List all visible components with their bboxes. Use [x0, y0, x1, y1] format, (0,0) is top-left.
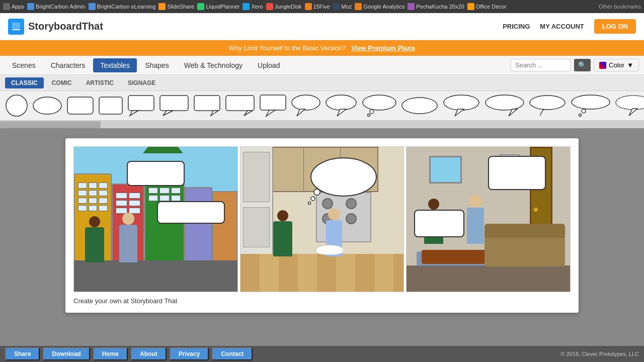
bookmark-apps[interactable]: Apps	[3, 3, 24, 10]
search-input[interactable]	[511, 59, 571, 71]
frame-3[interactable]	[406, 146, 571, 292]
logo: StoryboardThat	[8, 19, 103, 35]
bubble-rect-square[interactable]	[98, 96, 123, 115]
header-nav: PRICING MY ACCOUNT LOG ON	[503, 19, 636, 34]
horizontal-scrollbar[interactable]	[0, 121, 644, 128]
bubble-thought-oval[interactable]	[362, 94, 397, 117]
bubble-jagged[interactable]	[615, 95, 644, 117]
ss-icon	[158, 3, 166, 10]
bookmark-liquidplanner[interactable]: LiquidPlanner	[197, 3, 239, 10]
chevron-down-icon: ▼	[627, 61, 633, 69]
couch	[485, 224, 565, 266]
footer-download[interactable]: Download	[43, 347, 90, 360]
account-button[interactable]: MY ACCOUNT	[540, 23, 584, 30]
speech-bubble-3a[interactable]	[488, 156, 546, 190]
speech-bubble-1b[interactable]	[157, 201, 225, 224]
bubble-circle[interactable]	[5, 94, 28, 117]
bubble-wide-speech[interactable]	[443, 94, 480, 117]
premium-link[interactable]: View Premium Plans	[351, 44, 415, 52]
moz-icon	[333, 3, 340, 10]
svg-rect-0	[12, 23, 20, 29]
thought-bubble-container	[301, 154, 379, 205]
svg-point-31	[582, 109, 586, 113]
storyboard-wrapper: Create your own at Storyboard That	[65, 138, 579, 313]
pricing-button[interactable]: PRICING	[503, 23, 530, 30]
bubble-speech-oval[interactable]	[291, 94, 321, 117]
footer-about[interactable]: About	[131, 347, 167, 360]
bubble-wide-speech2[interactable]	[485, 94, 525, 117]
footer-share[interactable]: Share	[5, 347, 40, 360]
bookmark-slideshare[interactable]: SlideShare	[158, 3, 194, 10]
footer-contact[interactable]: Contact	[212, 347, 253, 360]
apps-icon	[3, 3, 10, 10]
bookmark-brightcarbon-admin[interactable]: BrightCarbon Admin	[27, 3, 85, 10]
footer-bar: Share Download Home About Privacy Contac…	[0, 346, 644, 362]
lp-icon	[197, 3, 204, 10]
bookmark-pecha[interactable]: PechaKucha 20x20	[408, 3, 464, 10]
nav-upload[interactable]: Upload	[251, 58, 287, 72]
bookmark-xero[interactable]: Xero	[243, 3, 263, 10]
speech-bubble-1a[interactable]	[127, 161, 185, 186]
svg-marker-17	[297, 109, 305, 116]
bubble-speech-rect2[interactable]	[159, 95, 189, 117]
bubble-oval-wide[interactable]	[32, 96, 62, 116]
nav-scenes[interactable]: Scenes	[5, 58, 43, 72]
bookmark-ga[interactable]: Google Analytics	[355, 3, 405, 10]
bubble-speech-rect4[interactable]	[225, 95, 255, 117]
logo-text: StoryboardThat	[28, 21, 103, 32]
bubble-pointed[interactable]	[529, 95, 567, 117]
speech-bubble-3b[interactable]	[414, 210, 464, 237]
tab-comic[interactable]: COMIC	[46, 77, 78, 88]
building-4	[185, 187, 212, 261]
svg-point-43	[308, 202, 310, 205]
bc-icon	[27, 3, 34, 10]
nav-web-technology[interactable]: Web & Technology	[177, 58, 250, 72]
frame-1[interactable]	[73, 146, 238, 292]
sub-nav: CLASSIC COMIC ARTISTIC SIGNAGE	[0, 75, 644, 91]
roof-triangle	[143, 146, 183, 153]
svg-point-18	[326, 95, 356, 110]
tab-signage[interactable]: SIGNAGE	[122, 77, 162, 88]
bookmark-moz[interactable]: Moz	[333, 3, 352, 10]
main-content: Create your own at Storyboard That	[0, 128, 644, 346]
char-1-body	[85, 216, 104, 262]
bubble-speech-rect5[interactable]	[259, 94, 287, 117]
svg-point-33	[616, 96, 644, 110]
nav-shapes[interactable]: Shapes	[138, 58, 176, 72]
tab-classic[interactable]: CLASSIC	[5, 77, 44, 88]
bubble-wide-oval[interactable]	[401, 97, 439, 115]
search-button[interactable]: 🔍	[574, 59, 591, 71]
frame-2[interactable]	[240, 146, 405, 292]
footer-privacy[interactable]: Privacy	[170, 347, 209, 360]
svg-marker-9	[163, 111, 173, 116]
bc2-icon	[89, 3, 96, 10]
bubble-rect-rounded[interactable]	[66, 96, 94, 115]
window	[429, 156, 462, 184]
char-6-body	[467, 195, 484, 244]
color-dropdown[interactable]: Color ▼	[594, 59, 639, 71]
other-bookmarks[interactable]: Other bookmarks	[599, 4, 641, 10]
scroll-thumb[interactable]	[0, 121, 101, 128]
color-swatch	[599, 62, 606, 69]
bubble-speech-left[interactable]	[127, 95, 155, 117]
svg-point-3	[33, 97, 61, 114]
svg-point-26	[486, 95, 524, 110]
svg-point-20	[363, 95, 396, 110]
svg-rect-14	[260, 95, 286, 110]
login-button[interactable]: LOG ON	[594, 19, 636, 34]
bookmark-15five[interactable]: 15Five	[305, 3, 330, 10]
svg-marker-15	[266, 110, 275, 116]
svg-marker-13	[244, 111, 253, 116]
kitchen-floor	[240, 254, 404, 292]
bookmark-brightcarbon-elearning[interactable]: BrightCarbon eLearning	[89, 3, 156, 10]
tab-artistic[interactable]: ARTISTIC	[80, 77, 120, 88]
footer-home[interactable]: Home	[93, 347, 128, 360]
bubble-speech-rect3[interactable]	[193, 95, 221, 117]
nav-characters[interactable]: Characters	[44, 58, 92, 72]
bookmark-office-decor[interactable]: Office Decor	[467, 3, 507, 10]
bubble-speech-oval2[interactable]	[325, 94, 358, 117]
nav-textables[interactable]: Textables	[93, 58, 137, 72]
od-icon	[467, 3, 474, 10]
bubble-double[interactable]	[571, 94, 611, 117]
bookmark-jungledisk[interactable]: JungleDisk	[266, 3, 302, 10]
